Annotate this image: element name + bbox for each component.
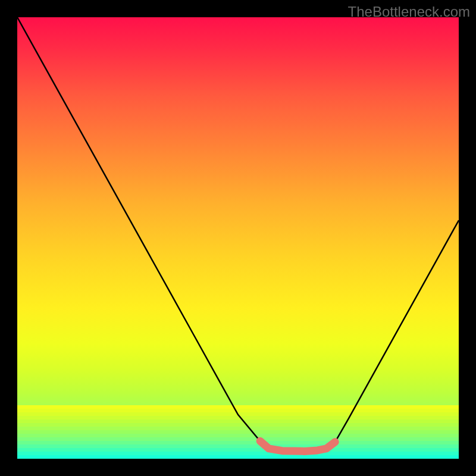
watermark-text: TheBottleneck.com	[348, 4, 470, 20]
highlight-segment-path	[260, 441, 335, 451]
bottleneck-curve-path	[17, 17, 459, 451]
chart-plot-area	[17, 17, 459, 459]
chart-svg	[17, 17, 459, 459]
highlight-curve	[260, 441, 335, 451]
main-curve	[17, 17, 459, 451]
